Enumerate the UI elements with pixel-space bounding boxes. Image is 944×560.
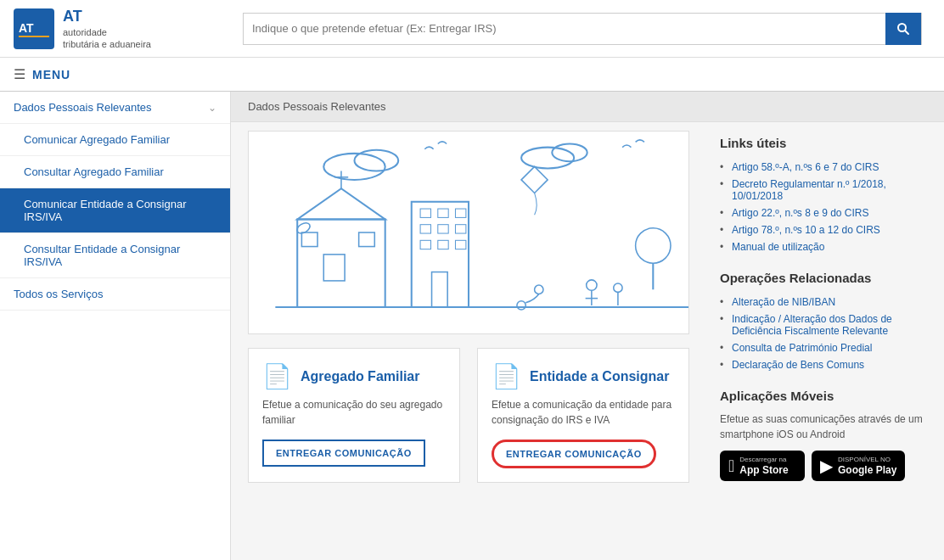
ops-title: Operações Relacionadas bbox=[720, 271, 930, 285]
list-item: Artigo 58.º-A, n.ºs 6 e 7 do CIRS bbox=[720, 159, 930, 176]
svg-rect-18 bbox=[420, 209, 430, 217]
search-input[interactable] bbox=[244, 22, 885, 35]
svg-marker-10 bbox=[297, 188, 385, 219]
illustration bbox=[248, 131, 689, 334]
svg-rect-23 bbox=[455, 225, 465, 233]
list-item: Consulta de Património Predial bbox=[720, 339, 930, 356]
sidebar-item-label: Comunicar Entidade a Consignar IRS/IVA bbox=[24, 198, 216, 223]
main-content: Dados Pessoais Relevantes bbox=[231, 92, 944, 560]
apps-section: Aplicações Móveis Efetue as suas comunic… bbox=[720, 389, 930, 481]
google-badge-text: DISPONÍVEL NO Google Play bbox=[838, 456, 896, 476]
svg-rect-19 bbox=[438, 209, 448, 217]
logo-line2: tributária e aduaneira bbox=[63, 38, 151, 50]
sidebar-item-label: Consultar Agregado Familiar bbox=[24, 165, 164, 178]
logo-line1: autoridade bbox=[63, 26, 151, 38]
app-badges:  Descarregar na App Store ▶ DISPONÍVEL … bbox=[720, 451, 930, 481]
apps-title: Aplicações Móveis bbox=[720, 389, 930, 403]
link-1[interactable]: Artigo 58.º-A, n.ºs 6 e 7 do CIRS bbox=[732, 161, 879, 173]
apple-badge-name: App Store bbox=[739, 464, 788, 476]
op-2[interactable]: Indicação / Alteração dos Dados de Defic… bbox=[732, 313, 892, 337]
cards-row: 📄 Agregado Familiar Efetue a comunicação… bbox=[248, 348, 689, 483]
card-desc-agregado: Efetue a comunicação do seu agregado fam… bbox=[262, 397, 446, 428]
svg-point-6 bbox=[354, 150, 398, 171]
op-3[interactable]: Consulta de Património Predial bbox=[732, 342, 872, 354]
sidebar-item-label: Consultar Entidade a Consignar IRS/IVA bbox=[24, 243, 216, 268]
card-header-entidade: 📄 Entidade a Consignar bbox=[492, 362, 675, 390]
card-agregado: 📄 Agregado Familiar Efetue a comunicação… bbox=[248, 348, 460, 483]
content-area: 📄 Agregado Familiar Efetue a comunicação… bbox=[231, 122, 944, 510]
search-icon bbox=[896, 22, 910, 36]
links-section: Links úteis Artigo 58.º-A, n.ºs 6 e 7 do… bbox=[720, 136, 930, 255]
list-item: Manual de utilização bbox=[720, 238, 930, 255]
svg-rect-12 bbox=[301, 232, 317, 247]
search-bar[interactable] bbox=[243, 13, 922, 45]
logo-icon: AT bbox=[14, 8, 54, 49]
op-1[interactable]: Alteração de NIB/IBAN bbox=[732, 296, 835, 308]
svg-point-7 bbox=[521, 148, 574, 169]
google-badge-sub: DISPONÍVEL NO bbox=[838, 456, 896, 464]
svg-point-42 bbox=[587, 280, 597, 290]
ops-list: Alteração de NIB/IBAN Indicação / Altera… bbox=[720, 294, 930, 373]
logo-area: AT AT autoridade tributária e aduaneira bbox=[14, 7, 234, 51]
apple-badge[interactable]:  Descarregar na App Store bbox=[720, 451, 805, 481]
links-list: Artigo 58.º-A, n.ºs 6 e 7 do CIRS Decret… bbox=[720, 159, 930, 255]
apple-icon:  bbox=[728, 456, 734, 476]
list-item: Decreto Regulamentar n.º 1/2018, 10/01/2… bbox=[720, 176, 930, 204]
links-title: Links úteis bbox=[720, 136, 930, 150]
sidebar-item-todos-servicos[interactable]: Todos os Serviços bbox=[0, 278, 230, 311]
svg-point-37 bbox=[636, 228, 671, 263]
sidebar: Dados Pessoais Relevantes ⌄ Comunicar Ag… bbox=[0, 92, 231, 560]
google-badge[interactable]: ▶ DISPONÍVEL NO Google Play bbox=[812, 451, 905, 481]
list-item: Artigo 22.º, n.ºs 8 e 9 do CIRS bbox=[720, 204, 930, 221]
sidebar-item-consultar-entidade[interactable]: Consultar Entidade a Consignar IRS/IVA bbox=[0, 233, 230, 278]
link-5[interactable]: Manual de utilização bbox=[732, 241, 824, 253]
menu-bar[interactable]: ☰ MENU bbox=[0, 58, 944, 92]
logo-at: AT bbox=[63, 7, 151, 26]
svg-rect-11 bbox=[323, 255, 345, 281]
sidebar-item-label: Comunicar Agregado Familiar bbox=[24, 133, 170, 146]
city-illustration bbox=[249, 132, 688, 333]
layout: Dados Pessoais Relevantes ⌄ Comunicar Ag… bbox=[0, 92, 944, 560]
svg-rect-25 bbox=[438, 240, 448, 249]
svg-text:AT: AT bbox=[19, 21, 34, 35]
svg-point-48 bbox=[517, 301, 525, 310]
svg-rect-2 bbox=[19, 36, 49, 37]
card-header-agregado: 📄 Agregado Familiar bbox=[262, 362, 446, 390]
right-panel: Links úteis Artigo 58.º-A, n.ºs 6 e 7 do… bbox=[706, 122, 944, 510]
sidebar-item-label: Dados Pessoais Relevantes bbox=[14, 101, 152, 114]
google-badge-name: Google Play bbox=[838, 464, 896, 476]
sidebar-item-consultar-agregado[interactable]: Consultar Agregado Familiar bbox=[0, 156, 230, 188]
op-4[interactable]: Declaração de Bens Comuns bbox=[732, 359, 864, 371]
svg-rect-26 bbox=[455, 240, 465, 249]
card-title-agregado: Agregado Familiar bbox=[301, 369, 419, 384]
link-3[interactable]: Artigo 22.º, n.ºs 8 e 9 do CIRS bbox=[732, 207, 869, 219]
sidebar-item-dados-pessoais[interactable]: Dados Pessoais Relevantes ⌄ bbox=[0, 92, 230, 124]
svg-rect-13 bbox=[359, 232, 375, 247]
link-4[interactable]: Artigo 78.º, n.ºs 10 a 12 do CIRS bbox=[732, 224, 880, 236]
search-button[interactable] bbox=[885, 13, 921, 45]
chevron-icon: ⌄ bbox=[208, 102, 216, 114]
header: AT AT autoridade tributária e aduaneira bbox=[0, 0, 944, 58]
svg-rect-22 bbox=[438, 225, 448, 233]
logo-text: AT autoridade tributária e aduaneira bbox=[63, 7, 151, 51]
list-item: Alteração de NIB/IBAN bbox=[720, 294, 930, 311]
center-column: 📄 Agregado Familiar Efetue a comunicação… bbox=[231, 122, 706, 510]
link-2[interactable]: Decreto Regulamentar n.º 1/2018, 10/01/2… bbox=[732, 178, 886, 202]
list-item: Artigo 78.º, n.ºs 10 a 12 do CIRS bbox=[720, 221, 930, 238]
svg-rect-20 bbox=[455, 209, 465, 217]
card-title-entidade: Entidade a Consignar bbox=[530, 369, 669, 384]
menu-label: MENU bbox=[32, 68, 70, 81]
breadcrumb: Dados Pessoais Relevantes bbox=[231, 92, 944, 122]
ops-section: Operações Relacionadas Alteração de NIB/… bbox=[720, 271, 930, 373]
sidebar-item-comunicar-agregado[interactable]: Comunicar Agregado Familiar bbox=[0, 124, 230, 156]
svg-point-47 bbox=[535, 285, 543, 294]
sidebar-item-comunicar-entidade[interactable]: Comunicar Entidade a Consignar IRS/IVA bbox=[0, 188, 230, 233]
svg-rect-27 bbox=[432, 272, 448, 307]
sidebar-item-label: Todos os Serviços bbox=[14, 288, 104, 300]
card-desc-entidade: Efetue a comunicação da entidade para co… bbox=[492, 397, 675, 428]
hamburger-icon: ☰ bbox=[14, 66, 25, 82]
card-entidade: 📄 Entidade a Consignar Efetue a comunica… bbox=[477, 348, 689, 483]
google-play-icon: ▶ bbox=[820, 456, 833, 476]
btn-comunicacao-entidade[interactable]: ENTREGAR COMUNICAÇÃO bbox=[492, 440, 656, 468]
btn-comunicacao-agregado[interactable]: ENTREGAR COMUNICAÇÃO bbox=[262, 440, 425, 467]
